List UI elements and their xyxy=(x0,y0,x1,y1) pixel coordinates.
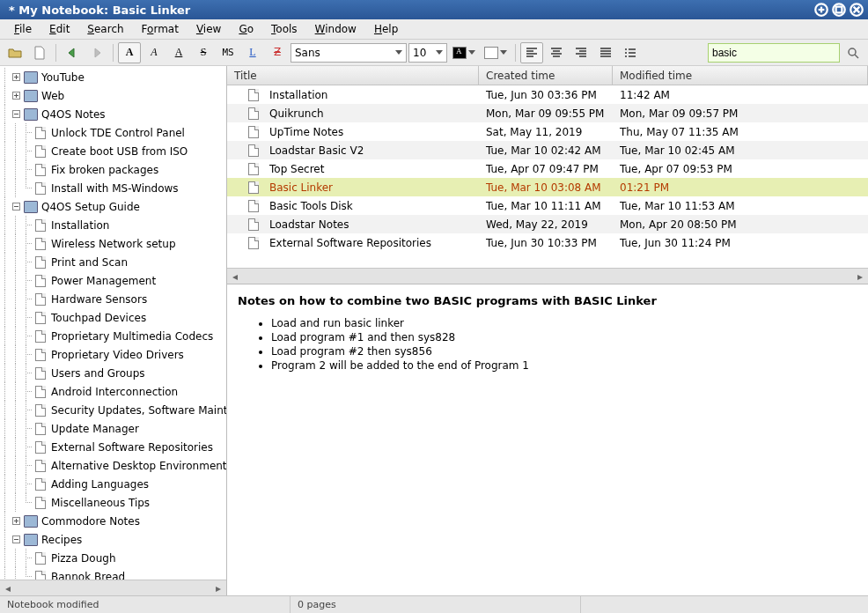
search-button[interactable] xyxy=(842,42,864,63)
page-icon xyxy=(35,497,46,509)
search-input[interactable] xyxy=(712,47,835,59)
list-row[interactable]: QuikrunchMon, Mar 09 09:55 PMMon, Mar 09… xyxy=(227,104,868,122)
menu-tools[interactable]: Tools xyxy=(262,20,306,38)
menu-window[interactable]: Window xyxy=(306,20,365,38)
tree-page[interactable]: Power Management xyxy=(0,271,226,290)
scroll-left-icon[interactable]: ◂ xyxy=(229,270,241,283)
editor-bullet: Load program #2 then sys856 xyxy=(271,344,857,358)
menu-file[interactable]: File xyxy=(5,20,40,38)
column-created[interactable]: Created time xyxy=(479,66,613,85)
tree-page[interactable]: Create boot USB from ISO xyxy=(0,142,226,160)
tree-page[interactable]: Update Manager xyxy=(0,419,226,438)
tree-folder-youtube[interactable]: YouTube xyxy=(0,68,226,86)
italic-button[interactable]: A xyxy=(143,42,166,63)
forward-button[interactable] xyxy=(85,42,108,63)
highlight-color-button[interactable] xyxy=(481,42,511,63)
search-box[interactable] xyxy=(708,43,840,63)
svg-rect-2 xyxy=(836,7,842,13)
tree-page[interactable]: Security Updates, Software Maintenance xyxy=(0,401,226,419)
text-color-button[interactable]: A xyxy=(449,42,479,63)
column-title[interactable]: Title xyxy=(227,66,479,85)
tree-page[interactable]: Wireless Network setup xyxy=(0,234,226,253)
tree-page[interactable]: Android Interconnection xyxy=(0,382,226,401)
underline-button[interactable]: A xyxy=(167,42,190,63)
back-button[interactable] xyxy=(61,42,84,63)
tree-folder-recipes[interactable]: Recipes xyxy=(0,530,226,549)
note-editor[interactable]: Notes on how to combine two BASIC progra… xyxy=(227,284,868,595)
folder-icon xyxy=(24,534,38,546)
menu-go[interactable]: Go xyxy=(230,20,262,38)
list-row[interactable]: Loadstar Basic V2Tue, Mar 10 02:42 AMTue… xyxy=(227,141,868,159)
page-icon xyxy=(35,552,46,565)
tree-folder-commodore[interactable]: Commodore Notes xyxy=(0,512,226,530)
tree-folder-q4os-notes[interactable]: Q4OS Notes xyxy=(0,105,226,123)
tree-folder-q4os-setup[interactable]: Q4OS Setup Guide xyxy=(0,197,226,216)
monospace-button[interactable]: MS xyxy=(217,42,239,63)
tree-folder-web[interactable]: Web xyxy=(0,86,226,105)
list-row[interactable]: InstallationTue, Jun 30 03:36 PM11:42 AM xyxy=(227,85,868,104)
tree-page[interactable]: Adding Languages xyxy=(0,475,226,493)
close-button[interactable] xyxy=(849,2,864,18)
align-right-button[interactable] xyxy=(570,42,592,63)
tree-page[interactable]: Bannok Bread xyxy=(0,567,226,580)
tree-page[interactable]: Installation xyxy=(0,216,226,234)
toolbar-separator xyxy=(55,44,56,62)
font-size-select[interactable]: 10 xyxy=(408,43,447,63)
strike-button[interactable]: S xyxy=(192,42,215,63)
row-created: Wed, May 22, 2019 xyxy=(479,218,613,231)
menu-search[interactable]: Search xyxy=(78,20,132,38)
row-modified: 01:21 PM xyxy=(613,181,868,194)
tree-page[interactable]: Hardware Sensors xyxy=(0,290,226,308)
tree-page[interactable]: Users and Groups xyxy=(0,364,226,382)
tree-page[interactable]: Pizza Dough xyxy=(0,549,226,567)
row-title: UpTime Notes xyxy=(269,126,343,138)
list-row[interactable]: Basic Tools DiskTue, Mar 10 11:11 AMTue,… xyxy=(227,196,868,215)
list-body[interactable]: InstallationTue, Jun 30 03:36 PM11:42 AM… xyxy=(227,85,868,268)
minimize-button[interactable] xyxy=(813,2,829,18)
align-left-button[interactable] xyxy=(520,42,543,63)
list-row[interactable]: UpTime NotesSat, May 11, 2019Thu, May 07… xyxy=(227,122,868,141)
menu-format[interactable]: Format xyxy=(133,20,188,38)
bullet-list-button[interactable] xyxy=(619,42,642,63)
row-title: Installation xyxy=(269,89,327,101)
tree-page[interactable]: Proprietary Video Drivers xyxy=(0,345,226,364)
menu-help[interactable]: Help xyxy=(365,20,407,38)
align-center-button[interactable] xyxy=(545,42,568,63)
open-button[interactable] xyxy=(4,42,26,63)
scroll-right-icon[interactable]: ▸ xyxy=(212,582,224,595)
tree-page[interactable]: External Software Repositories xyxy=(0,438,226,456)
editor-bullet: Load and run basic linker xyxy=(271,316,857,330)
column-modified[interactable]: Modified time xyxy=(613,66,868,85)
list-row[interactable]: Top SecretTue, Apr 07 09:47 PMTue, Apr 0… xyxy=(227,159,868,178)
link-button[interactable]: L xyxy=(241,42,264,63)
bold-button[interactable]: A xyxy=(118,42,141,63)
maximize-button[interactable] xyxy=(831,2,847,18)
clear-format-button[interactable]: Ƶ xyxy=(266,42,289,63)
tree-page[interactable]: Install with MS-Windows xyxy=(0,179,226,197)
new-page-button[interactable] xyxy=(28,42,51,63)
scroll-right-icon[interactable]: ▸ xyxy=(854,270,866,283)
menu-edit[interactable]: Edit xyxy=(40,20,78,38)
list-row[interactable]: Basic LinkerTue, Mar 10 03:08 AM01:21 PM xyxy=(227,178,868,196)
tree-page[interactable]: Fix broken packages xyxy=(0,160,226,179)
font-family-select[interactable]: Sans xyxy=(291,43,407,63)
tree-page[interactable]: Unlock TDE Control Panel xyxy=(0,123,226,142)
tree-horizontal-scrollbar[interactable]: ◂ ▸ xyxy=(0,580,226,595)
list-horizontal-scrollbar[interactable]: ◂ ▸ xyxy=(227,268,868,284)
tree-page[interactable]: Alternative Desktop Environments xyxy=(0,456,226,475)
scroll-left-icon[interactable]: ◂ xyxy=(2,582,14,595)
align-justify-button[interactable] xyxy=(594,42,617,63)
page-icon xyxy=(35,127,46,139)
tree-page[interactable]: Touchpad Devices xyxy=(0,308,226,327)
row-modified: 11:42 AM xyxy=(613,89,868,101)
status-bar: Notebook modified 0 pages xyxy=(0,595,868,613)
row-modified: Thu, May 07 11:35 AM xyxy=(613,126,868,138)
list-row[interactable]: Loadstar NotesWed, May 22, 2019Mon, Apr … xyxy=(227,215,868,233)
tree-page[interactable]: Print and Scan xyxy=(0,253,226,271)
list-row[interactable]: External Software RepositoriesTue, Jun 3… xyxy=(227,233,868,252)
tree-scrollview[interactable]: YouTubeWebQ4OS NotesUnlock TDE Control P… xyxy=(0,66,226,580)
svg-point-6 xyxy=(625,55,627,57)
tree-page[interactable]: Proprietary Multimedia Codecs xyxy=(0,327,226,345)
menu-view[interactable]: View xyxy=(188,20,230,38)
tree-page[interactable]: Miscellaneous Tips xyxy=(0,493,226,512)
